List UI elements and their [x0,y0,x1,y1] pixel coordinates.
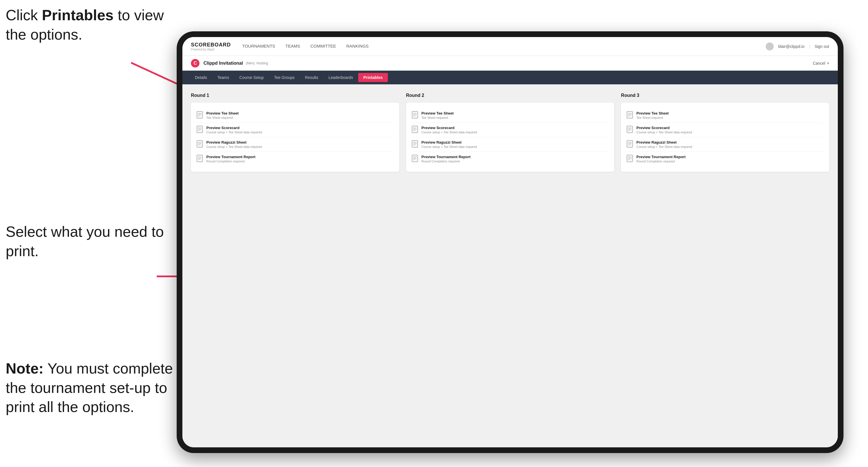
annotation-bottom-text: Note: You must complete the tournament s… [6,360,173,415]
round-column-1: Round 1 Preview Tee SheetTee Sheet requi… [191,93,399,172]
print-item-text-r1-1: Preview Tee SheetTee Sheet required [206,111,239,119]
print-item-r2-2[interactable]: Preview ScorecardCourse setup + Tee Shee… [412,123,609,137]
cancel-button[interactable]: Cancel × [813,61,829,65]
svg-rect-40 [627,126,632,133]
annotation-bottom: Note: You must complete the tournament s… [6,359,182,417]
file-icon [627,126,633,134]
svg-rect-44 [627,141,632,147]
print-item-sub-r3-2: Course setup + Tee Sheet data required [636,130,692,134]
file-icon [412,111,418,120]
tab-course-setup[interactable]: Course Setup [234,73,269,82]
tab-tee-groups[interactable]: Tee Groups [269,73,300,82]
svg-rect-28 [412,141,418,147]
print-item-r3-1[interactable]: Preview Tee SheetTee Sheet required [627,108,824,123]
tab-details[interactable]: Details [190,73,212,82]
round-column-2: Round 2 Preview Tee SheetTee Sheet requi… [406,93,614,172]
print-item-r3-2[interactable]: Preview ScorecardCourse setup + Tee Shee… [627,123,824,137]
round-1-title: Round 1 [191,93,399,98]
print-item-sub-r1-2: Course setup + Tee Sheet data required [206,130,262,134]
print-item-r2-4[interactable]: Preview Tournament ReportRound Completio… [412,152,609,166]
tournament-status: Hosting [256,61,268,65]
round-2-card: Preview Tee SheetTee Sheet required Prev… [406,102,614,172]
svg-rect-24 [412,126,418,133]
print-item-title-r2-4: Preview Tournament Report [422,155,470,159]
print-item-text-r3-3: Preview Raguzzi SheetCourse setup + Tee … [636,140,692,149]
annotation-top: Click Printables to view the options. [6,6,165,44]
print-item-title-r1-1: Preview Tee Sheet [206,111,239,115]
nav-tournaments[interactable]: TOURNAMENTS [242,42,275,50]
svg-rect-36 [627,112,632,118]
print-item-r3-4[interactable]: Preview Tournament ReportRound Completio… [627,152,824,166]
svg-rect-20 [412,112,418,118]
logo-sub: Powered by clippd [191,48,231,51]
tab-teams[interactable]: Teams [212,73,234,82]
print-item-r2-3[interactable]: Preview Raguzzi SheetCourse setup + Tee … [412,137,609,152]
round-column-3: Round 3 Preview Tee SheetTee Sheet requi… [621,93,829,172]
annotation-top-text: Click Printables to view the options. [6,7,164,43]
print-item-sub-r2-1: Tee Sheet required [422,116,454,119]
annotation-middle: Select what you need to print. [6,222,165,261]
svg-rect-12 [197,141,203,147]
print-item-r1-1[interactable]: Preview Tee SheetTee Sheet required [197,108,394,123]
top-nav-links: TOURNAMENTS TEAMS COMMITTEE RANKINGS [242,42,766,50]
tablet-screen: SCOREBOARD Powered by clippd TOURNAMENTS… [182,37,838,447]
file-icon [627,111,633,120]
svg-rect-8 [197,126,203,133]
print-item-sub-r1-1: Tee Sheet required [206,116,239,119]
print-item-text-r2-1: Preview Tee SheetTee Sheet required [422,111,454,119]
print-item-sub-r3-3: Course setup + Tee Sheet data required [636,145,692,149]
user-email: blair@clippd.io [778,44,804,49]
annotation-middle-text: Select what you need to print. [6,223,164,259]
top-nav-right: blair@clippd.io | Sign out [766,42,829,51]
print-item-title-r3-2: Preview Scorecard [636,126,692,130]
file-icon [627,140,633,149]
content-area: Round 1 Preview Tee SheetTee Sheet requi… [182,84,838,447]
print-item-title-r2-2: Preview Scorecard [422,126,477,130]
print-item-title-r3-4: Preview Tournament Report [636,155,685,159]
tournament-name: Clippd Invitational [204,61,243,66]
file-icon [412,155,418,163]
file-icon [197,140,203,149]
print-item-text-r3-1: Preview Tee SheetTee Sheet required [636,111,669,119]
print-item-text-r2-2: Preview ScorecardCourse setup + Tee Shee… [422,126,477,134]
tournament-logo: C [191,59,199,67]
sub-nav: Details Teams Course Setup Tee Groups Re… [182,71,838,84]
svg-rect-4 [197,112,203,118]
print-item-r1-3[interactable]: Preview Raguzzi SheetCourse setup + Tee … [197,137,394,152]
round-1-card: Preview Tee SheetTee Sheet required Prev… [191,102,399,172]
print-item-r1-4[interactable]: Preview Tournament ReportRound Completio… [197,152,394,166]
tournament-badge: (Men) [246,61,255,65]
svg-rect-16 [197,155,203,162]
file-icon [412,126,418,134]
print-item-title-r1-3: Preview Raguzzi Sheet [206,140,262,145]
round-3-card: Preview Tee SheetTee Sheet required Prev… [621,102,829,172]
round-3-title: Round 3 [621,93,829,98]
file-icon [197,111,203,120]
print-item-text-r1-4: Preview Tournament ReportRound Completio… [206,155,255,163]
separator: | [809,44,810,49]
round-2-title: Round 2 [406,93,614,98]
tab-results[interactable]: Results [300,73,323,82]
print-item-title-r1-4: Preview Tournament Report [206,155,255,159]
nav-committee[interactable]: COMMITTEE [310,42,336,50]
print-item-r3-3[interactable]: Preview Raguzzi SheetCourse setup + Tee … [627,137,824,152]
cancel-label: Cancel [813,61,825,65]
tab-leaderboards[interactable]: Leaderboards [323,73,358,82]
nav-teams[interactable]: TEAMS [285,42,300,50]
print-item-r1-2[interactable]: Preview ScorecardCourse setup + Tee Shee… [197,123,394,137]
svg-rect-32 [412,155,418,162]
file-icon [412,140,418,149]
file-icon [197,155,203,163]
tournament-bar: C Clippd Invitational (Men) Hosting Canc… [182,56,838,71]
tab-printables[interactable]: Printables [358,73,388,82]
print-item-r2-1[interactable]: Preview Tee SheetTee Sheet required [412,108,609,123]
print-item-text-r3-4: Preview Tournament ReportRound Completio… [636,155,685,163]
scoreboard-logo: SCOREBOARD Powered by clippd [191,42,231,51]
nav-rankings[interactable]: RANKINGS [346,42,368,50]
print-item-title-r3-1: Preview Tee Sheet [636,111,669,115]
rounds-grid: Round 1 Preview Tee SheetTee Sheet requi… [191,93,829,172]
sign-out-link[interactable]: Sign out [815,44,829,49]
user-avatar [766,42,774,51]
print-item-sub-r3-4: Round Completion required [636,160,685,163]
print-item-sub-r3-1: Tee Sheet required [636,116,669,119]
